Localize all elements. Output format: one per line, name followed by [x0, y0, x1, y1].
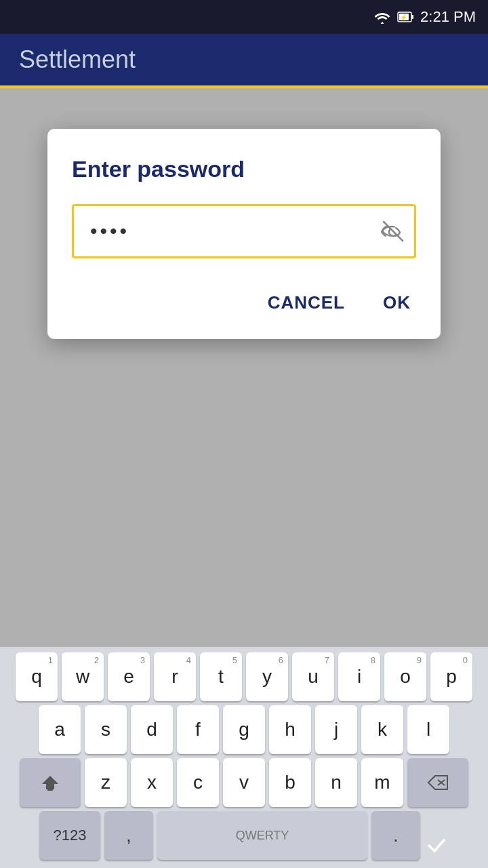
key-v[interactable]: v — [223, 758, 265, 807]
check-icon — [424, 833, 449, 857]
wifi-icon — [373, 9, 392, 24]
status-icons: ⚡ 2:21 PM — [373, 8, 476, 26]
backspace-key[interactable] — [407, 758, 468, 807]
key-l[interactable]: l — [407, 705, 449, 754]
key-g[interactable]: g — [223, 705, 265, 754]
key-p[interactable]: 0p — [430, 652, 472, 701]
keyboard-row-2: a s d f g h j k l — [3, 705, 485, 754]
key-y[interactable]: 6y — [246, 652, 288, 701]
battery-icon: ⚡ — [397, 10, 415, 24]
key-u[interactable]: 7u — [292, 652, 334, 701]
key-n[interactable]: n — [315, 758, 357, 807]
password-field-wrapper — [72, 204, 416, 258]
keyboard-row-3: z x c v b n m — [3, 758, 485, 807]
period-key[interactable]: . — [371, 811, 420, 860]
num-switch-key[interactable]: ?123 — [39, 811, 100, 860]
key-a[interactable]: a — [39, 705, 81, 754]
svg-rect-5 — [47, 789, 53, 791]
dialog-title: Enter password — [72, 156, 416, 182]
key-q[interactable]: 1q — [16, 652, 58, 701]
password-dialog: Enter password CANCEL OK — [47, 129, 441, 339]
key-d[interactable]: d — [131, 705, 173, 754]
enter-key[interactable] — [424, 833, 449, 860]
svg-rect-1 — [411, 15, 413, 19]
ok-button[interactable]: OK — [378, 285, 416, 320]
svg-text:⚡: ⚡ — [400, 14, 408, 22]
key-z[interactable]: z — [85, 758, 127, 807]
key-w[interactable]: 2w — [62, 652, 104, 701]
key-r[interactable]: 4r — [154, 652, 196, 701]
app-title: Settlement — [19, 45, 136, 74]
key-e[interactable]: 3e — [108, 652, 150, 701]
backspace-icon — [427, 774, 449, 791]
key-h[interactable]: h — [269, 705, 311, 754]
keyboard: 1q 2w 3e 4r 5t 6y 7u 8i 9o 0p a s d f g … — [0, 647, 488, 868]
key-k[interactable]: k — [361, 705, 403, 754]
shift-key[interactable] — [20, 758, 81, 807]
comma-key[interactable]: , — [104, 811, 153, 860]
keyboard-row-1: 1q 2w 3e 4r 5t 6y 7u 8i 9o 0p — [3, 652, 485, 701]
key-x[interactable]: x — [131, 758, 173, 807]
svg-marker-4 — [42, 776, 58, 789]
key-t[interactable]: 5t — [200, 652, 242, 701]
status-time: 2:21 PM — [420, 8, 476, 26]
key-c[interactable]: c — [177, 758, 219, 807]
key-f[interactable]: f — [177, 705, 219, 754]
key-m[interactable]: m — [361, 758, 403, 807]
key-o[interactable]: 9o — [384, 652, 426, 701]
spacebar-key[interactable]: QWERTY — [157, 811, 367, 860]
key-s[interactable]: s — [85, 705, 127, 754]
keyboard-row-4: ?123 , QWERTY . — [3, 811, 485, 860]
key-j[interactable]: j — [315, 705, 357, 754]
toggle-visibility-button[interactable] — [381, 219, 405, 243]
key-i[interactable]: 8i — [338, 652, 380, 701]
password-input[interactable] — [72, 204, 416, 258]
app-bar: Settlement — [0, 34, 488, 88]
eye-off-icon — [381, 219, 405, 243]
cancel-button[interactable]: CANCEL — [262, 285, 350, 320]
dialog-actions: CANCEL OK — [72, 283, 416, 320]
status-bar: ⚡ 2:21 PM — [0, 0, 488, 34]
key-b[interactable]: b — [269, 758, 311, 807]
main-area: Enter password CANCEL OK — [0, 88, 488, 647]
shift-icon — [41, 773, 60, 792]
